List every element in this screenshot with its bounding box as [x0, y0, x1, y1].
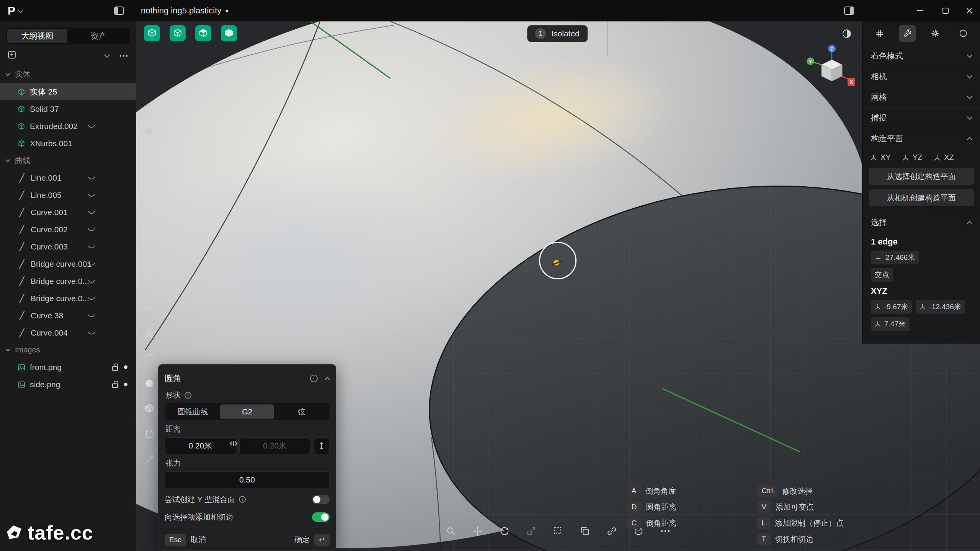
group-header-curves[interactable]: 曲线 — [0, 152, 136, 169]
fillet-corner-tool-icon[interactable] — [142, 350, 157, 366]
segment-label: 圆锥曲线 — [178, 407, 208, 417]
grip-handle-icon[interactable] — [142, 123, 157, 139]
sidebar-toggle-button[interactable] — [114, 0, 124, 21]
section-snapping[interactable]: 捕捉 — [862, 107, 980, 128]
tree-item-curve[interactable]: ╱Bridge curve.0... — [0, 272, 136, 290]
center-circle-tool-icon[interactable] — [142, 199, 157, 214]
link-distances-button[interactable] — [314, 437, 330, 454]
tab-assets[interactable]: 资产 — [69, 29, 129, 43]
tree-item-curve[interactable]: ╱Bridge curve.001 — [0, 255, 136, 272]
sphere-tool-icon[interactable] — [142, 376, 157, 391]
marquee-select-button[interactable] — [550, 523, 567, 540]
render-tab-icon[interactable] — [927, 25, 944, 42]
tree-item-solid[interactable]: Extruded.002 — [0, 117, 136, 135]
duplicate-button[interactable] — [577, 523, 593, 540]
tree-item-curve[interactable]: ╱Line.001 — [0, 169, 136, 186]
move-button[interactable] — [469, 523, 486, 540]
grid-tab-icon[interactable] — [871, 25, 888, 42]
tree-item-image[interactable]: front.png — [0, 359, 136, 376]
tree-item-curve[interactable]: ╱Line.005 — [0, 186, 136, 204]
app-menu[interactable]: P — [8, 0, 23, 21]
segment-conic[interactable]: 圆锥曲线 — [166, 404, 220, 419]
collapse-dialog-icon[interactable] — [325, 377, 331, 383]
line-icon: ╱ — [18, 191, 26, 200]
tree-item-curve[interactable]: ╱Curve.003 — [0, 238, 136, 255]
info-icon[interactable] — [310, 375, 318, 382]
close-button[interactable] — [959, 0, 980, 21]
edge-select-button[interactable] — [170, 25, 186, 41]
y-blend-toggle[interactable] — [312, 495, 330, 504]
tree-item-curve[interactable]: ╱Curve.001 — [0, 204, 136, 221]
section-grid[interactable]: 网格 — [862, 86, 980, 107]
link-button[interactable] — [603, 523, 620, 540]
tree-item-curve[interactable]: ╱Curve 38 — [0, 307, 136, 324]
view-gizmo[interactable]: Z Y X — [803, 44, 861, 91]
face-select-button[interactable] — [195, 25, 211, 41]
box-tool-icon[interactable] — [142, 401, 157, 416]
visibility-dot-icon[interactable] — [124, 365, 127, 369]
tree-item-curve[interactable]: ╱Bridge curve.0... — [0, 290, 136, 307]
right-panel-toggle-button[interactable] — [838, 0, 860, 21]
tension-input[interactable]: 0.50 — [165, 471, 330, 488]
sweep-tool-icon[interactable] — [142, 452, 157, 467]
tab-outline[interactable]: 大纲视图 — [7, 29, 67, 43]
cplane-from-camera-button[interactable]: 从相机创建构造平面 — [869, 189, 974, 206]
search-button[interactable] — [443, 523, 459, 540]
section-selection[interactable]: 选择 — [862, 212, 980, 232]
group-header-solids[interactable]: 实体 — [0, 66, 136, 83]
polygon-tool-icon[interactable] — [142, 224, 157, 240]
revolve-tool-icon[interactable] — [142, 249, 157, 265]
isolated-badge[interactable]: 1 Isolated — [527, 25, 588, 42]
tree-item-solid[interactable]: XNurbs.001 — [0, 135, 136, 152]
wrench-tab-icon[interactable] — [899, 25, 916, 42]
distance-input-1[interactable]: 0.20米 — [165, 437, 236, 454]
segment-chord[interactable]: 弦 — [274, 404, 328, 419]
visibility-dot-icon[interactable] — [124, 383, 127, 386]
maximize-button[interactable] — [935, 0, 956, 21]
tree-item-solid[interactable]: 实体 25 — [0, 83, 136, 100]
group-header-images[interactable]: Images — [0, 341, 136, 359]
plane-xz-button[interactable]: XZ — [934, 153, 954, 162]
cplane-from-selection-button[interactable]: 从选择创建构造平面 — [869, 168, 974, 185]
section-camera[interactable]: 相机 — [862, 66, 980, 86]
contrast-toggle-button[interactable] — [838, 25, 855, 42]
rectangle-tool-icon[interactable] — [142, 275, 157, 290]
line-tool-icon[interactable] — [142, 148, 157, 164]
lock-icon[interactable] — [112, 366, 118, 371]
viewport[interactable]: 1 Isolated Z Y X — [136, 21, 980, 551]
section-shading-mode[interactable]: 着色模式 — [862, 45, 980, 66]
item-label: XNurbs.001 — [30, 139, 72, 148]
world-tab-icon[interactable] — [955, 25, 972, 42]
unsaved-dot: ● — [225, 8, 228, 14]
arc-tool-icon[interactable] — [142, 174, 157, 189]
info-icon[interactable] — [239, 496, 246, 503]
tree-item-curve[interactable]: ╱Curve.004 — [0, 324, 136, 341]
drag-handle-icon[interactable] — [229, 440, 238, 448]
segment-g2[interactable]: G2 — [220, 404, 274, 419]
trim-tool-icon[interactable] — [142, 325, 157, 341]
spline-tool-icon[interactable] — [142, 300, 157, 315]
collapse-all-button[interactable] — [104, 52, 110, 58]
outliner-menu-button[interactable] — [119, 52, 128, 59]
info-icon[interactable] — [185, 392, 191, 399]
tangent-toggle[interactable] — [312, 512, 330, 522]
plane-yz-button[interactable]: YZ — [902, 153, 923, 162]
confirm-button[interactable]: 确定 — [294, 535, 310, 545]
tree-item-curve[interactable]: ╱Curve.002 — [0, 221, 136, 238]
curve-icon: ╱ — [18, 311, 26, 320]
tree-item-solid[interactable]: Solid 37 — [0, 100, 136, 117]
scale-button[interactable] — [523, 523, 540, 540]
control-point-select-button[interactable] — [144, 25, 160, 41]
plane-xy-button[interactable]: XY — [870, 153, 891, 162]
new-group-button[interactable] — [8, 51, 16, 60]
cancel-button[interactable]: 取消 — [191, 535, 206, 545]
lock-icon[interactable] — [112, 383, 118, 388]
minimize-button[interactable] — [910, 0, 931, 21]
section-construction-plane[interactable]: 构造平面 — [862, 128, 980, 148]
rotate-button[interactable] — [496, 523, 513, 540]
cylinder-tool-icon[interactable] — [142, 426, 157, 442]
body-select-button[interactable] — [221, 25, 237, 41]
chevron-down-icon — [967, 93, 972, 99]
distance-input-2[interactable]: 0.20米 — [239, 437, 311, 454]
tree-item-image[interactable]: side.png — [0, 376, 136, 393]
